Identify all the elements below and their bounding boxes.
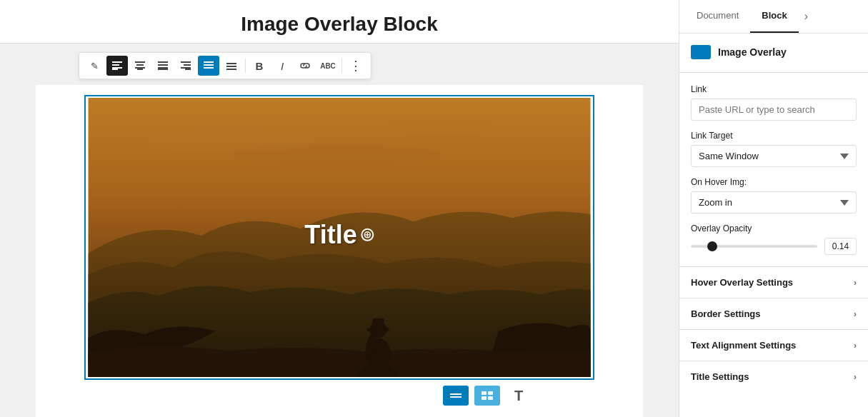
svg-rect-7 — [137, 69, 143, 70]
sidebar: Document Block › Image Overlay Link Link… — [679, 0, 868, 417]
link-target-select[interactable]: Same Window New Window — [691, 145, 857, 167]
svg-rect-13 — [184, 64, 191, 66]
tab-more-btn[interactable]: › — [799, 0, 814, 33]
svg-rect-35 — [450, 396, 462, 398]
svg-rect-11 — [158, 69, 168, 70]
svg-rect-17 — [204, 64, 214, 66]
tab-document[interactable]: Document — [685, 0, 750, 33]
title-cursor-icon[interactable] — [361, 228, 374, 241]
link-target-label: Link Target — [691, 131, 857, 141]
svg-rect-15 — [185, 69, 191, 70]
svg-rect-9 — [158, 64, 168, 66]
overlay-title-text: Title — [304, 219, 356, 249]
page-title: Image Overlay Block — [0, 0, 679, 44]
hover-img-select[interactable]: Zoom in Zoom out None — [691, 191, 857, 213]
svg-rect-20 — [226, 66, 236, 67]
accordion-text-alignment-label: Text Alignment Settings — [691, 340, 796, 351]
svg-rect-37 — [488, 391, 493, 395]
svg-rect-4 — [135, 61, 145, 63]
accordion-text-alignment: Text Alignment Settings › — [679, 329, 868, 361]
block-type-icon — [691, 45, 711, 59]
hover-img-label: On Hover Img: — [691, 177, 857, 187]
sidebar-content: Image Overlay Link Link Target Same Wind… — [679, 34, 868, 417]
toolbar-wide-btn[interactable] — [198, 56, 219, 76]
block-type-label: Image Overlay — [718, 46, 787, 58]
accordion-title-chevron-icon: › — [854, 372, 857, 382]
bottom-icon-2-btn[interactable] — [474, 386, 500, 406]
svg-rect-6 — [135, 67, 145, 69]
svg-rect-21 — [226, 69, 236, 70]
accordion-title-label: Title Settings — [691, 371, 749, 382]
accordion-hover-overlay: Hover Overlay Settings › — [679, 266, 868, 298]
toolbar-align-left-btn[interactable] — [106, 56, 128, 76]
overlay-title[interactable]: Title — [304, 219, 374, 249]
bottom-icon-text-btn[interactable]: T — [506, 386, 532, 406]
opacity-value-input[interactable] — [824, 238, 857, 255]
block-toolbar: ✎ B I ABC ⋮ — [79, 52, 371, 79]
bottom-icon-1-btn[interactable] — [443, 386, 469, 406]
svg-rect-36 — [482, 391, 487, 395]
svg-rect-19 — [226, 63, 236, 64]
svg-rect-5 — [136, 64, 144, 66]
toolbar-italic-btn[interactable]: I — [271, 56, 293, 76]
toolbar-align-right-btn[interactable] — [175, 56, 196, 76]
svg-rect-1 — [112, 64, 119, 66]
toolbar-more-btn[interactable]: ⋮ — [345, 56, 366, 76]
accordion-text-alignment-chevron-icon: › — [854, 341, 857, 351]
svg-rect-8 — [158, 61, 168, 63]
toolbar-full-btn[interactable] — [221, 56, 242, 76]
toolbar-divider-1 — [245, 59, 246, 73]
opacity-slider[interactable] — [691, 245, 817, 248]
toolbar-abc-btn[interactable]: ABC — [317, 56, 339, 76]
svg-rect-38 — [482, 396, 487, 400]
sidebar-divider — [679, 72, 868, 73]
toolbar-divider-2 — [341, 59, 342, 73]
accordion-hover-overlay-chevron-icon: › — [854, 278, 857, 288]
accordion-hover-overlay-header[interactable]: Hover Overlay Settings › — [679, 267, 868, 298]
svg-rect-3 — [112, 69, 118, 70]
editor-area: Image Overlay Block ✎ B I ABC ⋮ — [0, 0, 679, 417]
accordion-title: Title Settings › — [679, 361, 868, 392]
toolbar-align-block-btn[interactable] — [152, 56, 174, 76]
svg-rect-12 — [181, 61, 191, 63]
sidebar-tabs: Document Block › — [679, 0, 868, 34]
svg-rect-14 — [181, 67, 191, 69]
accordion-title-header[interactable]: Title Settings › — [679, 361, 868, 392]
svg-rect-34 — [450, 393, 462, 395]
svg-rect-16 — [204, 61, 214, 63]
svg-rect-0 — [112, 61, 122, 63]
accordion-border-label: Border Settings — [691, 308, 761, 319]
accordion-text-alignment-header[interactable]: Text Alignment Settings › — [679, 330, 868, 361]
link-label: Link — [691, 84, 857, 94]
toolbar-bold-btn[interactable]: B — [249, 56, 270, 76]
tab-block[interactable]: Block — [750, 0, 798, 33]
image-overlay-block[interactable]: Title — [86, 96, 593, 378]
accordion-hover-overlay-label: Hover Overlay Settings — [691, 277, 793, 288]
svg-rect-10 — [158, 67, 168, 69]
toolbar-pencil-btn[interactable]: ✎ — [84, 56, 105, 76]
overlay-opacity-row — [691, 238, 857, 255]
accordion-border-header[interactable]: Border Settings › — [679, 298, 868, 329]
toolbar-align-center-btn[interactable] — [129, 56, 151, 76]
accordion-border: Border Settings › — [679, 298, 868, 329]
link-input[interactable] — [691, 99, 857, 121]
svg-rect-39 — [488, 396, 493, 400]
block-header: Image Overlay — [691, 45, 857, 59]
accordion-border-chevron-icon: › — [854, 309, 857, 319]
toolbar-link-btn[interactable] — [294, 56, 316, 76]
overlay-opacity-label: Overlay Opacity — [691, 223, 857, 233]
svg-rect-2 — [112, 67, 122, 69]
bottom-icons-row: T — [443, 386, 632, 406]
block-wrapper: Title T — [36, 85, 643, 417]
svg-rect-18 — [204, 67, 214, 69]
